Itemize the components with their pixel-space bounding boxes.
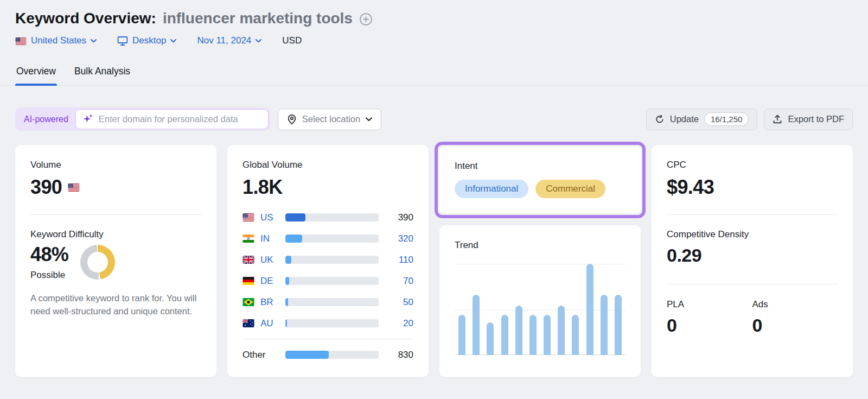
refresh-icon: [655, 115, 665, 124]
column-intent-trend: Intent Informational Commercial Trend: [439, 145, 641, 377]
chevron-down-icon: [366, 117, 372, 122]
tabs: Overview Bulk Analysis: [0, 62, 868, 86]
filter-bar: United States Desktop Nov 11, 2024 USD: [15, 35, 853, 46]
pla-stat: PLA 0: [667, 299, 752, 336]
other-value: 830: [379, 350, 413, 360]
global-volume-rows: US390IN320UK110DE70BR50AU20: [242, 207, 413, 334]
trend-bar: [529, 315, 537, 355]
global-volume-row[interactable]: DE70: [242, 270, 413, 292]
volume-bar-fill: [285, 319, 287, 327]
intent-card: Intent Informational Commercial: [439, 147, 641, 213]
trend-bar: [501, 315, 508, 355]
update-count-badge: 16/1,250: [704, 112, 749, 126]
update-button[interactable]: Update 16/1,250: [646, 109, 758, 130]
volume-bar-fill: [285, 351, 329, 359]
trend-bar: [487, 322, 494, 355]
volume-bar-track: [285, 277, 379, 285]
domain-input[interactable]: [75, 109, 269, 129]
trend-bar: [601, 295, 608, 355]
country-volume-value: 50: [379, 297, 413, 308]
br-flag-icon: [242, 298, 254, 306]
global-volume-row[interactable]: UK110: [242, 249, 413, 270]
intent-tag-informational[interactable]: Informational: [455, 180, 528, 198]
chevron-down-icon: [256, 39, 261, 43]
trend-bar: [458, 315, 465, 355]
global-volume-row[interactable]: BR50: [242, 292, 413, 313]
keyword-overview-page: Keyword Overview: influencer marketing t…: [0, 0, 868, 377]
location-pin-icon: [287, 114, 297, 125]
kd-verdict: Possible: [30, 270, 68, 281]
country-filter[interactable]: United States: [15, 35, 97, 46]
cpc-card: CPC $9.43 Competitive Density 0.29 PLA 0…: [652, 145, 853, 377]
other-label: Other: [242, 350, 285, 360]
divider: [242, 339, 413, 339]
kd-donut-chart: [80, 245, 115, 280]
global-volume-label: Global Volume: [242, 160, 413, 170]
volume-bar-track: [285, 256, 379, 264]
currency-label: USD: [282, 35, 302, 46]
intent-tag-commercial[interactable]: Commercial: [535, 180, 605, 198]
intent-label: Intent: [455, 161, 626, 172]
export-pdf-button[interactable]: Export to PDF: [764, 109, 853, 130]
gridline: [455, 310, 626, 311]
date-filter-label: Nov 11, 2024: [197, 35, 251, 46]
country-volume-value: 20: [379, 318, 413, 329]
uk-flag-icon: [242, 256, 254, 264]
date-filter[interactable]: Nov 11, 2024: [197, 35, 261, 46]
page-title: Keyword Overview:: [15, 10, 156, 27]
column-global-volume: Global Volume 1.8K US390IN320UK110DE70BR…: [227, 145, 429, 377]
select-location-button[interactable]: Select location: [278, 109, 381, 130]
select-location-label: Select location: [302, 114, 360, 124]
kd-value: 48%: [30, 243, 68, 266]
ai-powered-badge: AI-powered: [17, 115, 75, 124]
volume-bar-fill: [285, 213, 305, 221]
country-code: BR: [260, 297, 285, 308]
device-filter[interactable]: Desktop: [117, 35, 176, 46]
country-filter-label: United States: [31, 35, 86, 46]
toolbar-right: Update 16/1,250 Export to PDF: [646, 109, 853, 130]
global-volume-value: 1.8K: [242, 176, 413, 199]
trend-card: Trend: [439, 225, 641, 377]
column-volume: Volume 390 Keyword Difficulty 48% Possib…: [15, 145, 216, 377]
update-label: Update: [670, 114, 699, 124]
chart-baseline: [455, 354, 626, 355]
divider: [667, 214, 838, 215]
de-flag-icon: [242, 277, 254, 285]
volume-bar-track: [285, 235, 379, 243]
country-volume-value: 390: [379, 212, 413, 223]
add-keyword-icon[interactable]: [359, 12, 373, 26]
keyword-difficulty-label: Keyword Difficulty: [30, 229, 201, 240]
volume-bar-track: [285, 213, 379, 221]
global-volume-row[interactable]: AU20: [242, 313, 413, 334]
country-code: UK: [260, 255, 285, 265]
gridline: [455, 264, 626, 264]
tab-bulk-analysis[interactable]: Bulk Analysis: [73, 62, 131, 85]
country-volume-value: 320: [379, 233, 413, 244]
divider: [30, 214, 201, 215]
intent-tags: Informational Commercial: [455, 180, 626, 198]
domain-input-wrap: [75, 109, 269, 129]
country-code: DE: [260, 276, 285, 287]
ai-powered-wrap: AI-powered: [15, 107, 270, 131]
export-icon: [773, 114, 782, 124]
trend-bar: [615, 295, 622, 355]
au-flag-icon: [242, 319, 254, 327]
pla-value: 0: [667, 315, 752, 336]
volume-bar-fill: [285, 298, 288, 306]
tab-overview[interactable]: Overview: [15, 62, 57, 85]
cpc-value: $9.43: [667, 176, 838, 199]
toolbar: AI-powered Select location Update 16/1,2…: [15, 107, 853, 131]
toolbar-left: AI-powered Select location: [15, 107, 381, 131]
trend-bar: [586, 264, 593, 355]
volume-bar-fill: [285, 256, 291, 264]
page-header: Keyword Overview: influencer marketing t…: [15, 10, 853, 27]
global-volume-row[interactable]: US390: [242, 207, 413, 228]
intent-highlight-box: Intent Informational Commercial: [435, 142, 646, 218]
global-volume-row[interactable]: IN320: [242, 228, 413, 249]
trend-bar: [544, 315, 551, 355]
desktop-icon: [117, 36, 128, 46]
trend-bar: [515, 306, 522, 355]
volume-bar-track: [285, 319, 379, 327]
device-filter-label: Desktop: [132, 35, 166, 46]
ads-stat: Ads 0: [752, 299, 838, 336]
